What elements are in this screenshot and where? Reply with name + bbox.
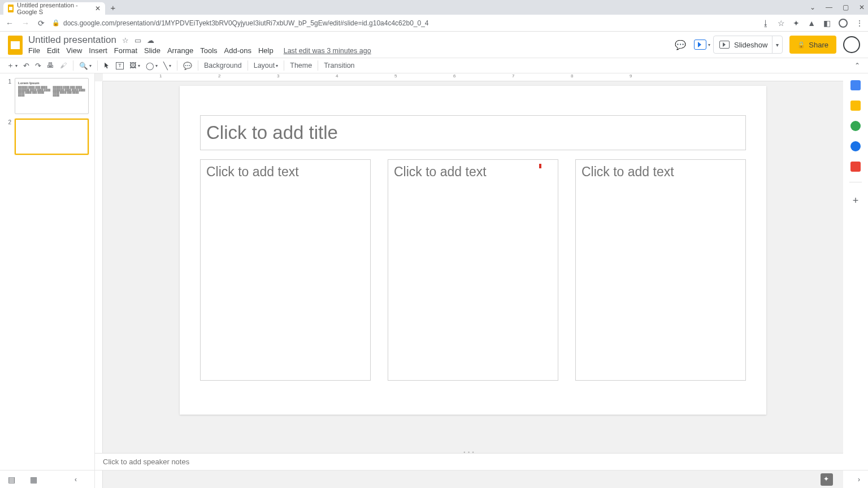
close-window-icon[interactable]: ✕ (859, 3, 865, 11)
shape-tool[interactable]: ◯▾ (146, 62, 158, 70)
menu-arrange[interactable]: Arrange (167, 46, 193, 55)
account-avatar[interactable] (843, 36, 860, 53)
cloud-status-icon[interactable]: ☁ (147, 36, 154, 45)
present-to-meet-icon[interactable]: ▾ (694, 40, 706, 50)
slideshow-label: Slideshow (730, 41, 772, 49)
install-app-icon[interactable]: ⭳ (762, 19, 770, 28)
menu-view[interactable]: View (66, 46, 82, 55)
grid-view-icon[interactable]: ▦ (30, 475, 37, 484)
maps-addon-icon[interactable] (850, 162, 861, 172)
theme-button[interactable]: Theme (290, 62, 312, 69)
collapse-filmstrip-icon[interactable]: ‹ (75, 476, 77, 483)
redo-button[interactable]: ↷ (35, 62, 41, 70)
workspace: 1 Lorem Ipsum ██████ ████ ███ ████ █████… (0, 73, 868, 488)
share-button[interactable]: 🔒 Share (789, 36, 836, 54)
forward-button[interactable]: → (20, 19, 31, 28)
footer-bar: ▤ ▦ ‹ › (0, 470, 868, 488)
comment-tool[interactable]: 💬 (183, 62, 192, 70)
thumb-number: 2 (6, 119, 11, 155)
url-text: docs.google.com/presentation/d/1MYPDVEiT… (63, 19, 429, 27)
slide-thumbnail-1[interactable]: Lorem Ipsum ██████ ████ ███ ████ ███████… (15, 78, 89, 114)
slide-canvas[interactable]: Click to add title Click to add text Cli… (180, 86, 766, 415)
undo-button[interactable]: ↶ (23, 62, 29, 70)
menubar: File Edit View Insert Format Slide Arran… (28, 46, 668, 55)
menu-file[interactable]: File (28, 46, 40, 55)
layout-button[interactable]: Layout▾ (254, 62, 279, 69)
new-tab-button[interactable]: + (105, 3, 119, 12)
print-button[interactable]: 🖶 (47, 62, 54, 69)
contacts-addon-icon[interactable] (850, 141, 861, 151)
filmstrip-view-icon[interactable]: ▤ (8, 475, 15, 484)
explore-button[interactable] (821, 473, 833, 486)
menu-format[interactable]: Format (114, 46, 137, 55)
side-panel: + (843, 73, 868, 488)
keep-addon-icon[interactable] (850, 101, 861, 111)
profile-chip-icon[interactable]: ▲ (808, 19, 815, 28)
browser-tab[interactable]: Untitled presentation - Google S ✕ (3, 2, 105, 15)
minimize-icon[interactable]: — (826, 3, 832, 11)
url-field[interactable]: 🔒 docs.google.com/presentation/d/1MYPDVE… (52, 19, 756, 27)
text-placeholder-3[interactable]: Click to add text (575, 159, 746, 381)
collapse-toolbar-icon[interactable]: ⌃ (854, 62, 860, 69)
bookmark-star-icon[interactable]: ☆ (778, 19, 785, 28)
image-tool[interactable]: 🖼▾ (129, 62, 140, 69)
slides-logo-icon[interactable] (8, 36, 23, 55)
menu-addons[interactable]: Add-ons (224, 46, 251, 55)
share-label: Share (809, 41, 828, 49)
chrome-menu-icon[interactable]: ⋮ (856, 19, 863, 28)
app-header: Untitled presentation ☆ ▭ ☁ File Edit Vi… (0, 32, 868, 58)
browser-address-bar: ← → ⟳ 🔒 docs.google.com/presentation/d/1… (0, 15, 868, 32)
filmstrip: 1 Lorem Ipsum ██████ ████ ███ ████ █████… (0, 73, 95, 488)
canvas-area: 1 2 3 4 5 6 7 8 9 Click to add title Cli… (95, 73, 843, 488)
window-controls: ⌄ — ▢ ✕ (810, 0, 865, 15)
new-slide-button[interactable]: ＋▾ (7, 61, 18, 71)
last-edit-link[interactable]: Last edit was 3 minutes ago (284, 47, 371, 55)
get-addons-button[interactable]: + (853, 195, 859, 207)
title-placeholder[interactable]: Click to add title (200, 115, 746, 150)
chevron-down-icon[interactable]: ⌄ (810, 3, 815, 11)
slideshow-button[interactable]: Slideshow ▾ (713, 36, 783, 54)
paint-format-button[interactable]: 🖌 (60, 62, 67, 69)
textbox-tool[interactable]: T (116, 62, 124, 69)
menu-insert[interactable]: Insert (89, 46, 107, 55)
maximize-icon[interactable]: ▢ (843, 3, 849, 11)
browser-tabstrip: Untitled presentation - Google S ✕ + ⌄ —… (0, 0, 868, 15)
menu-edit[interactable]: Edit (47, 46, 59, 55)
horizontal-ruler[interactable]: 1 2 3 4 5 6 7 8 9 (103, 73, 843, 81)
toolbar: ＋▾ ↶ ↷ 🖶 🖌 🔍▾ T 🖼▾ ◯▾ ╲▾ 💬 Background La… (0, 58, 868, 73)
text-placeholder-2[interactable]: Click to add text (388, 159, 558, 381)
lock-icon: 🔒 (52, 19, 60, 27)
star-icon[interactable]: ☆ (122, 36, 129, 45)
transition-button[interactable]: Transition (324, 62, 354, 69)
cursor-mark-icon (539, 164, 541, 168)
document-title[interactable]: Untitled presentation (28, 34, 116, 46)
speaker-notes[interactable]: Click to add speaker notes (95, 453, 843, 470)
present-icon (719, 41, 730, 49)
tab-title: Untitled presentation - Google S (17, 2, 92, 15)
background-button[interactable]: Background (204, 62, 242, 69)
reload-button[interactable]: ⟳ (36, 19, 46, 28)
move-icon[interactable]: ▭ (134, 36, 141, 45)
extensions-icon[interactable]: ✦ (793, 19, 800, 28)
show-side-panel-icon[interactable]: › (858, 476, 860, 483)
calendar-addon-icon[interactable] (850, 80, 861, 90)
tasks-addon-icon[interactable] (850, 121, 861, 131)
slideshow-dropdown[interactable]: ▾ (772, 36, 782, 53)
back-button[interactable]: ← (5, 19, 15, 28)
account-circle-icon[interactable] (839, 19, 848, 28)
lock-icon: 🔒 (797, 41, 805, 49)
select-tool[interactable] (103, 62, 110, 69)
side-panel-icon[interactable]: ◧ (823, 19, 831, 28)
comments-icon[interactable]: 💬 (674, 40, 687, 50)
close-tab-icon[interactable]: ✕ (95, 5, 101, 12)
menu-tools[interactable]: Tools (200, 46, 217, 55)
menu-help[interactable]: Help (258, 46, 274, 55)
text-placeholder-1[interactable]: Click to add text (200, 159, 371, 381)
zoom-button[interactable]: 🔍▾ (79, 62, 92, 70)
line-tool[interactable]: ╲▾ (163, 62, 171, 70)
slides-favicon-icon (8, 5, 14, 12)
slide-thumbnail-2[interactable] (15, 119, 89, 155)
vertical-ruler[interactable] (95, 81, 103, 488)
thumb-number: 1 (6, 78, 11, 114)
menu-slide[interactable]: Slide (144, 46, 160, 55)
